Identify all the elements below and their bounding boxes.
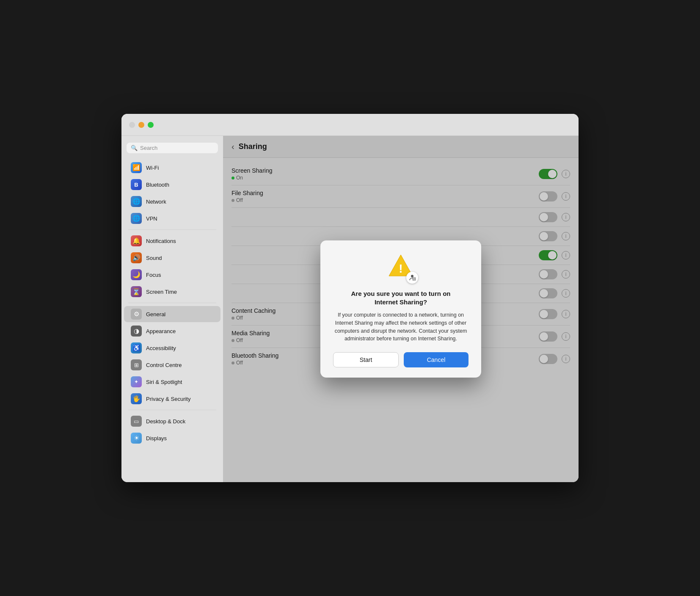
bluetooth-icon: B	[131, 179, 142, 190]
sidebar-label-sound: Sound	[146, 255, 162, 261]
main-area: 🔍 Search 📶 Wi-Fi B Bluetooth 🌐 Network 🌐…	[121, 136, 579, 482]
person-badge-icon	[406, 272, 418, 284]
titlebar	[121, 114, 579, 136]
sound-icon: 🔊	[131, 252, 142, 263]
sidebar-label-accessibility: Accessibility	[146, 345, 176, 351]
sidebar-label-wifi: Wi-Fi	[146, 165, 159, 171]
sidebar-item-screentime[interactable]: ⌛ Screen Time	[124, 284, 220, 300]
traffic-lights	[129, 122, 154, 128]
focus-icon: 🌙	[131, 269, 142, 280]
sidebar: 🔍 Search 📶 Wi-Fi B Bluetooth 🌐 Network 🌐…	[121, 136, 223, 482]
dialog-buttons: Start Cancel	[333, 352, 469, 367]
svg-point-2	[411, 275, 413, 277]
sidebar-label-siri: Siri & Spotlight	[146, 379, 182, 385]
sidebar-item-privacy[interactable]: 🖐 Privacy & Security	[124, 391, 220, 407]
general-icon: ⚙	[131, 309, 142, 320]
search-icon: 🔍	[131, 145, 138, 151]
privacy-icon: 🖐	[131, 393, 142, 404]
dialog-overlay: ! Are you sure you want t	[223, 136, 579, 482]
sidebar-label-screentime: Screen Time	[146, 289, 177, 295]
appearance-icon: ◑	[131, 326, 142, 337]
sidebar-label-focus: Focus	[146, 272, 161, 278]
vpn-icon: 🌐	[131, 213, 142, 224]
sidebar-item-general[interactable]: ⚙ General	[124, 306, 220, 322]
sidebar-item-network[interactable]: 🌐 Network	[124, 193, 220, 210]
sidebar-label-general: General	[146, 311, 165, 317]
dialog: ! Are you sure you want t	[320, 240, 481, 378]
sidebar-label-notifications: Notifications	[146, 238, 176, 244]
accessibility-icon: ♿	[131, 342, 142, 353]
maximize-button[interactable]	[148, 122, 154, 128]
sidebar-item-desktop[interactable]: ▭ Desktop & Dock	[124, 413, 220, 429]
dialog-title: Are you sure you want to turn on Interne…	[351, 290, 450, 306]
svg-text:!: !	[399, 262, 402, 275]
sidebar-label-controlcentre: Control Centre	[146, 362, 182, 368]
sidebar-label-displays: Displays	[146, 435, 167, 441]
start-button[interactable]: Start	[333, 352, 399, 367]
wifi-icon: 📶	[131, 162, 142, 173]
dialog-message: If your computer is connected to a netwo…	[333, 311, 469, 343]
sidebar-item-appearance[interactable]: ◑ Appearance	[124, 323, 220, 339]
desktop-icon: ▭	[131, 416, 142, 427]
search-placeholder: Search	[140, 145, 157, 151]
sidebar-divider-2	[128, 303, 216, 303]
minimize-button[interactable]	[138, 122, 144, 128]
close-button[interactable]	[129, 122, 135, 128]
sidebar-label-vpn: VPN	[146, 215, 157, 222]
sidebar-label-bluetooth: Bluetooth	[146, 182, 169, 188]
siri-icon: ✦	[131, 376, 142, 387]
sidebar-item-focus[interactable]: 🌙 Focus	[124, 267, 220, 283]
sidebar-item-controlcentre[interactable]: ⊞ Control Centre	[124, 357, 220, 373]
dialog-icon: !	[386, 253, 416, 283]
sidebar-item-displays[interactable]: ☀ Displays	[124, 430, 220, 446]
sidebar-item-siri[interactable]: ✦ Siri & Spotlight	[124, 374, 220, 390]
sidebar-divider-3	[128, 410, 216, 410]
sidebar-item-accessibility[interactable]: ♿ Accessibility	[124, 340, 220, 356]
sidebar-label-appearance: Appearance	[146, 328, 176, 334]
main-window: 🔍 Search 📶 Wi-Fi B Bluetooth 🌐 Network 🌐…	[121, 114, 579, 482]
notifications-icon: 🔔	[131, 235, 142, 246]
displays-icon: ☀	[131, 433, 142, 444]
sidebar-label-network: Network	[146, 199, 166, 205]
sidebar-item-sound[interactable]: 🔊 Sound	[124, 250, 220, 266]
sidebar-label-privacy: Privacy & Security	[146, 396, 190, 402]
network-icon: 🌐	[131, 196, 142, 207]
content-area: ‹ Sharing Screen Sharing On i	[223, 136, 579, 482]
sidebar-divider-1	[128, 229, 216, 230]
sidebar-item-wifi[interactable]: 📶 Wi-Fi	[124, 160, 220, 176]
cancel-button[interactable]: Cancel	[404, 352, 469, 367]
sidebar-label-desktop: Desktop & Dock	[146, 418, 185, 425]
search-box[interactable]: 🔍 Search	[127, 143, 218, 153]
sidebar-item-bluetooth[interactable]: B Bluetooth	[124, 177, 220, 193]
controlcentre-icon: ⊞	[131, 359, 142, 370]
sidebar-item-vpn[interactable]: 🌐 VPN	[124, 210, 220, 226]
screentime-icon: ⌛	[131, 286, 142, 297]
sidebar-item-notifications[interactable]: 🔔 Notifications	[124, 233, 220, 249]
